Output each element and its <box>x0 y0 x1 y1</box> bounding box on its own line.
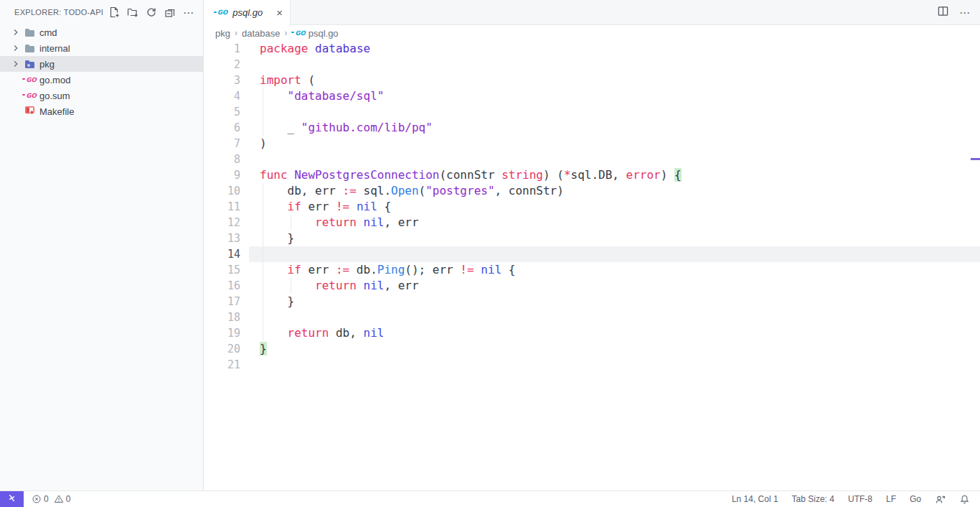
breadcrumb-item[interactable]: pkg <box>215 28 230 39</box>
code-line[interactable]: 7 ) <box>204 136 980 152</box>
makefile-icon <box>24 105 35 118</box>
code-line[interactable]: 6 _ "github.com/lib/pq" <box>204 120 980 136</box>
code-token: db, err <box>260 184 343 197</box>
file-icon <box>24 106 35 117</box>
tree-item-pkg[interactable]: pkg <box>0 56 203 72</box>
code-token: db. <box>349 263 377 276</box>
code-line[interactable]: 19 return db, nil <box>204 325 980 341</box>
tab-label: psql.go <box>232 7 276 18</box>
code-line[interactable]: 16 return nil, err <box>204 278 980 294</box>
tree-item-go-mod[interactable]: GO go.mod <box>0 72 203 88</box>
code-token: "database/sql" <box>288 89 385 103</box>
indent-guide <box>263 215 263 231</box>
breadcrumb-item[interactable]: database <box>242 28 281 39</box>
notifications-bell-icon[interactable] <box>959 494 970 505</box>
code-line[interactable]: 13 } <box>204 231 980 246</box>
code-token: { <box>674 168 682 182</box>
split-editor-icon[interactable] <box>938 6 948 19</box>
new-file-icon[interactable] <box>108 6 120 18</box>
line-content: db, err := sql.Open("postgres", connStr) <box>249 183 980 199</box>
line-number: 19 <box>204 325 249 341</box>
code-token: nil <box>364 215 385 229</box>
code-token: ) <box>260 136 267 150</box>
code-line[interactable]: 8 <box>204 152 980 167</box>
code-line[interactable]: 3 import ( <box>204 73 980 88</box>
tab-psql-go[interactable]: GO psql.go × <box>204 0 291 25</box>
problems-indicator[interactable]: 0 0 <box>32 494 70 504</box>
code-token: "github.com/lib/pq" <box>301 121 433 134</box>
file-name: pkg <box>39 59 55 70</box>
refresh-icon[interactable] <box>146 6 157 18</box>
code-token: } <box>260 294 294 308</box>
status-item[interactable]: Tab Size: 4 <box>792 494 834 504</box>
tree-item-go-sum[interactable]: GO go.sum <box>0 88 203 103</box>
remote-indicator[interactable] <box>0 491 24 507</box>
code-token: } <box>260 231 294 245</box>
code-line[interactable]: 9 func NewPostgresConnection(connStr str… <box>204 167 980 183</box>
code-token: string <box>501 168 543 182</box>
tabs-container: GO psql.go × <box>204 0 291 24</box>
code-token: * <box>564 168 571 182</box>
code-line[interactable]: 12 return nil, err <box>204 215 980 231</box>
collapse-all-icon[interactable] <box>164 6 176 18</box>
line-content: _ "github.com/lib/pq" <box>249 120 980 136</box>
code-line[interactable]: 10 db, err := sql.Open("postgres", connS… <box>204 183 980 199</box>
code-token: { <box>377 200 391 213</box>
code-token: sql.DB, <box>571 168 626 182</box>
editor-actions: ⋯ <box>938 0 971 24</box>
indent-guide <box>263 120 263 136</box>
code-line[interactable]: 11 if err != nil { <box>204 199 980 215</box>
code-token: != <box>336 200 349 213</box>
code-token: Open <box>391 184 419 197</box>
line-content <box>249 104 980 120</box>
status-item[interactable]: LF <box>886 494 896 504</box>
editor-more-icon[interactable]: ⋯ <box>959 7 971 18</box>
tree-item-cmd[interactable]: cmd <box>0 24 203 40</box>
code-token: nil <box>481 263 501 276</box>
code-token: err <box>301 263 336 276</box>
line-content <box>249 310 980 325</box>
indent-guide <box>291 215 291 231</box>
indent-guide <box>263 262 263 278</box>
indent-guide <box>263 231 263 246</box>
status-item[interactable]: Ln 14, Col 1 <box>732 494 778 504</box>
code-line[interactable]: 4 "database/sql" <box>204 88 980 104</box>
breadcrumb-item[interactable]: GO psql.go <box>291 28 338 39</box>
status-right: Ln 14, Col 1Tab Size: 4UTF-8LFGo <box>732 494 980 505</box>
line-content <box>249 357 980 373</box>
tree-item-internal[interactable]: internal <box>0 40 203 56</box>
code-token: ) ( <box>543 168 564 182</box>
code-area[interactable]: 1 package database 2 3 import ( 4 "datab… <box>204 41 980 490</box>
line-number: 8 <box>204 152 249 167</box>
code-line[interactable]: 20 } <box>204 341 980 357</box>
line-content: ) <box>249 136 980 152</box>
code-line[interactable]: 1 package database <box>204 41 980 57</box>
code-line[interactable]: 18 <box>204 310 980 325</box>
indent-guide <box>263 183 263 199</box>
explorer-more-icon[interactable]: ⋯ <box>183 7 194 18</box>
indent-guide <box>263 88 263 104</box>
tree-item-makefile[interactable]: Makefile <box>0 103 203 119</box>
breadcrumb-label: psql.go <box>308 28 339 39</box>
status-item[interactable]: Go <box>910 494 921 504</box>
error-icon <box>32 494 42 504</box>
code-token: return <box>315 215 357 229</box>
feedback-icon[interactable] <box>935 494 946 505</box>
line-number: 18 <box>204 310 249 325</box>
tab-close-icon[interactable]: × <box>276 7 283 18</box>
code-line[interactable]: 17 } <box>204 294 980 310</box>
code-line[interactable]: 15 if err := db.Ping(); err != nil { <box>204 262 980 278</box>
status-item[interactable]: UTF-8 <box>848 494 872 504</box>
code-line[interactable]: 14 <box>204 246 980 262</box>
code-token <box>260 200 288 213</box>
editor-group: GO psql.go × ⋯ pkg › database › GO psql.… <box>204 0 980 490</box>
code-line[interactable]: 5 <box>204 104 980 120</box>
line-number: 9 <box>204 167 249 183</box>
new-folder-icon[interactable] <box>127 6 138 18</box>
code-line[interactable]: 2 <box>204 57 980 73</box>
line-content: return nil, err <box>249 278 980 294</box>
line-number: 3 <box>204 73 249 88</box>
code-token: NewPostgresConnection <box>294 168 439 182</box>
code-line[interactable]: 21 <box>204 357 980 373</box>
code-token: func <box>260 168 288 182</box>
